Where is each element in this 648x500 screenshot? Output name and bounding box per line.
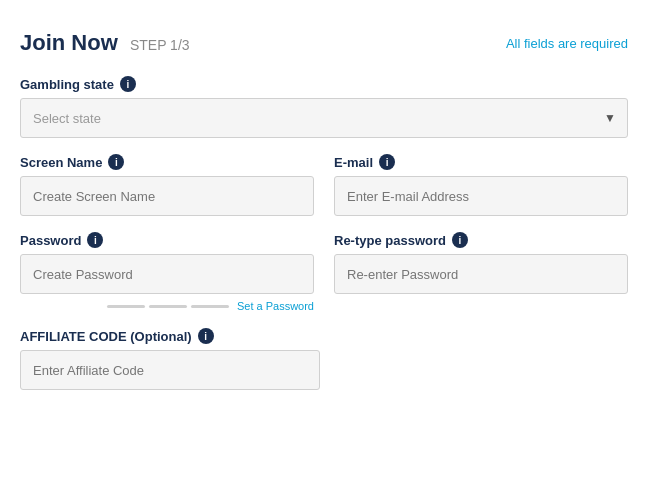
- password-label-row: Password i: [20, 232, 314, 248]
- gambling-state-label: Gambling state: [20, 77, 114, 92]
- affiliate-code-label-row: AFFILIATE CODE (Optional) i: [20, 328, 628, 344]
- gambling-state-section: Gambling state i Select state New Jersey…: [20, 76, 628, 138]
- strength-segment-1: [107, 305, 145, 308]
- affiliate-code-section: AFFILIATE CODE (Optional) i: [20, 328, 628, 390]
- gambling-state-info-icon[interactable]: i: [120, 76, 136, 92]
- gambling-state-label-row: Gambling state i: [20, 76, 628, 92]
- step-label: STEP 1/3: [130, 37, 190, 53]
- strength-segment-3: [191, 305, 229, 308]
- required-note: All fields are required: [506, 36, 628, 51]
- screen-name-email-row: Screen Name i E-mail i: [20, 154, 628, 216]
- email-input[interactable]: [334, 176, 628, 216]
- password-input[interactable]: [20, 254, 314, 294]
- title-text: Join Now: [20, 30, 118, 55]
- screen-name-label: Screen Name: [20, 155, 102, 170]
- header-row: Join Now STEP 1/3 All fields are require…: [20, 30, 628, 56]
- set-password-text: Set a Password: [237, 300, 314, 312]
- screen-name-info-icon[interactable]: i: [108, 154, 124, 170]
- affiliate-code-label: AFFILIATE CODE (Optional): [20, 329, 192, 344]
- page-container: Join Now STEP 1/3 All fields are require…: [0, 0, 648, 500]
- page-title: Join Now STEP 1/3: [20, 30, 190, 56]
- retype-password-label-row: Re-type password i: [334, 232, 628, 248]
- email-col: E-mail i: [334, 154, 628, 216]
- strength-segment-2: [149, 305, 187, 308]
- email-label: E-mail: [334, 155, 373, 170]
- gambling-state-select-wrapper: Select state New Jersey Pennsylvania Ind…: [20, 98, 628, 138]
- email-label-row: E-mail i: [334, 154, 628, 170]
- affiliate-code-info-icon[interactable]: i: [198, 328, 214, 344]
- email-info-icon[interactable]: i: [379, 154, 395, 170]
- retype-password-input[interactable]: [334, 254, 628, 294]
- password-strength-row: Set a Password: [20, 300, 314, 312]
- password-info-icon[interactable]: i: [87, 232, 103, 248]
- password-row: Password i Set a Password Re-type passwo…: [20, 232, 628, 312]
- screen-name-label-row: Screen Name i: [20, 154, 314, 170]
- retype-password-info-icon[interactable]: i: [452, 232, 468, 248]
- affiliate-code-input[interactable]: [20, 350, 320, 390]
- screen-name-input[interactable]: [20, 176, 314, 216]
- password-label: Password: [20, 233, 81, 248]
- retype-password-col: Re-type password i: [334, 232, 628, 312]
- gambling-state-select[interactable]: Select state New Jersey Pennsylvania Ind…: [20, 98, 628, 138]
- screen-name-col: Screen Name i: [20, 154, 314, 216]
- retype-password-label: Re-type password: [334, 233, 446, 248]
- password-col: Password i Set a Password: [20, 232, 314, 312]
